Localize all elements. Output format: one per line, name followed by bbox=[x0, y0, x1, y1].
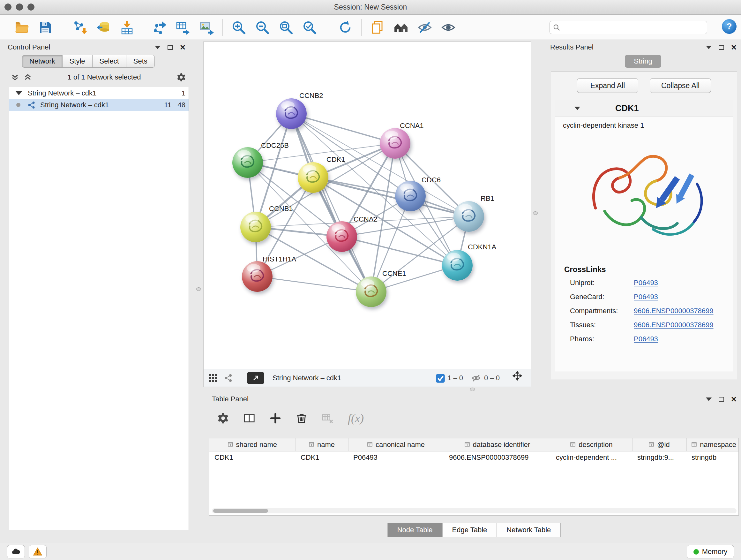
search-input[interactable] bbox=[562, 23, 704, 32]
column-header-database-identifier[interactable]: database identifier bbox=[444, 438, 551, 451]
table-row[interactable]: CDK1CDK1P064939606.ENSP00000378699cyclin… bbox=[209, 451, 739, 464]
network-canvas[interactable]: CCNB2CCNA1CDC25BCDK1CDC6RB1CCNB1CCNA2CDK… bbox=[204, 42, 531, 369]
float-window-icon[interactable] bbox=[167, 45, 173, 50]
close-window-button[interactable] bbox=[4, 3, 11, 10]
network-collection-row[interactable]: String Network – cdk1 1 bbox=[9, 87, 189, 99]
section-expander-icon[interactable] bbox=[575, 107, 580, 110]
splitter-handle[interactable] bbox=[470, 388, 475, 391]
crosslink-value-link[interactable]: P06493 bbox=[634, 335, 658, 343]
node-CDC6[interactable] bbox=[395, 181, 426, 211]
node-CCNA2[interactable] bbox=[327, 221, 357, 252]
tab-sets[interactable]: Sets bbox=[126, 55, 155, 68]
close-panel-icon[interactable]: × bbox=[731, 396, 737, 402]
tab-string[interactable]: String bbox=[625, 55, 661, 68]
crosslink-value-link[interactable]: 9606.ENSP00000378699 bbox=[634, 321, 714, 329]
table-cell[interactable]: P06493 bbox=[348, 451, 444, 464]
collection-expander-icon[interactable] bbox=[16, 91, 22, 95]
column-header--id[interactable]: @id bbox=[632, 438, 686, 451]
export-network-icon[interactable] bbox=[151, 20, 167, 35]
selected-checkbox-icon[interactable] bbox=[435, 374, 444, 382]
import-table-file-icon[interactable] bbox=[119, 20, 135, 35]
collapse-all-button[interactable]: Collapse All bbox=[650, 78, 711, 93]
panel-menu-chevron-icon[interactable] bbox=[706, 46, 712, 49]
grid-view-icon[interactable] bbox=[208, 373, 218, 383]
open-session-icon[interactable] bbox=[14, 20, 29, 35]
tab-style[interactable]: Style bbox=[62, 55, 92, 68]
gene-section-header[interactable]: CDK1 bbox=[555, 100, 733, 117]
column-header-description[interactable]: description bbox=[551, 438, 632, 451]
expand-all-icon[interactable] bbox=[23, 73, 32, 81]
zoom-in-icon[interactable] bbox=[231, 20, 246, 35]
horizontal-scrollbar[interactable] bbox=[212, 508, 737, 513]
first-neighbors-icon[interactable] bbox=[394, 20, 409, 35]
help-button[interactable]: ? bbox=[722, 19, 737, 34]
panel-menu-chevron-icon[interactable] bbox=[155, 46, 160, 49]
warnings-button[interactable] bbox=[29, 545, 47, 558]
import-network-database-icon[interactable] bbox=[96, 20, 111, 35]
tab-network-table[interactable]: Network Table bbox=[496, 523, 561, 537]
zoom-window-button[interactable] bbox=[27, 3, 35, 10]
create-column-plus-icon[interactable] bbox=[269, 412, 281, 424]
show-columns-icon[interactable] bbox=[243, 412, 255, 424]
hide-selected-icon[interactable] bbox=[417, 20, 432, 35]
save-session-icon[interactable] bbox=[38, 20, 53, 35]
column-header-name[interactable]: name bbox=[295, 438, 348, 451]
node-label-HIST1H1A: HIST1H1A bbox=[263, 255, 296, 263]
node-RB1[interactable] bbox=[454, 201, 484, 232]
close-panel-icon[interactable]: × bbox=[731, 44, 737, 51]
hidden-eye-icon[interactable] bbox=[471, 373, 481, 383]
minimize-window-button[interactable] bbox=[16, 3, 23, 10]
detach-view-button[interactable] bbox=[247, 372, 264, 384]
table-cell[interactable]: cyclin-dependent ... bbox=[551, 451, 632, 464]
delete-column-trash-icon[interactable] bbox=[295, 412, 308, 424]
export-table-icon[interactable] bbox=[175, 20, 191, 35]
network-options-gear-icon[interactable] bbox=[177, 72, 186, 82]
node-CCNE1[interactable] bbox=[356, 276, 387, 307]
table-cell[interactable]: 9606.ENSP00000378699 bbox=[444, 451, 551, 464]
table-cell[interactable]: CDK1 bbox=[209, 451, 295, 464]
network-row-selected[interactable]: String Network – cdk1 11 48 bbox=[9, 99, 189, 111]
node-CDK1[interactable] bbox=[298, 162, 328, 193]
column-header-canonical-name[interactable]: canonical name bbox=[348, 438, 444, 451]
tab-network[interactable]: Network bbox=[22, 55, 63, 68]
scrollbar-thumb[interactable] bbox=[213, 509, 268, 513]
crosslink-value-link[interactable]: P06493 bbox=[634, 279, 658, 287]
show-all-icon[interactable] bbox=[441, 20, 456, 35]
new-network-from-selection-icon[interactable] bbox=[370, 20, 385, 35]
column-header-shared-name[interactable]: shared name bbox=[209, 438, 295, 451]
crosslink-value-link[interactable]: P06493 bbox=[634, 293, 658, 301]
tab-edge-table[interactable]: Edge Table bbox=[442, 523, 497, 537]
float-window-icon[interactable] bbox=[719, 45, 724, 50]
splitter-handle[interactable] bbox=[533, 211, 538, 215]
column-header-namespace[interactable]: namespace bbox=[686, 438, 739, 451]
close-panel-icon[interactable]: × bbox=[180, 44, 185, 51]
zoom-fit-icon[interactable] bbox=[278, 20, 293, 35]
memory-button[interactable]: Memory bbox=[687, 545, 734, 558]
panel-menu-chevron-icon[interactable] bbox=[706, 397, 712, 401]
collapse-all-icon[interactable] bbox=[11, 73, 19, 81]
node-CDC25B[interactable] bbox=[232, 147, 263, 178]
table-cell[interactable]: stringdb:9... bbox=[632, 451, 686, 464]
node-CCNA1[interactable] bbox=[380, 128, 410, 159]
zoom-out-icon[interactable] bbox=[255, 20, 270, 35]
node-HIST1H1A[interactable] bbox=[242, 261, 273, 292]
splitter-handle[interactable] bbox=[196, 287, 201, 291]
tab-node-table[interactable]: Node Table bbox=[387, 523, 443, 537]
table-cell[interactable]: CDK1 bbox=[295, 451, 348, 464]
export-image-icon[interactable] bbox=[199, 20, 214, 35]
tab-select[interactable]: Select bbox=[92, 55, 126, 68]
node-CCNB1[interactable] bbox=[240, 212, 271, 242]
node-CCNB2[interactable] bbox=[276, 98, 307, 129]
import-network-file-icon[interactable] bbox=[72, 20, 87, 35]
apply-layout-icon[interactable] bbox=[338, 20, 353, 35]
zoom-selected-icon[interactable] bbox=[302, 20, 317, 35]
node-CDKN1A[interactable] bbox=[442, 250, 473, 281]
table-cell[interactable]: stringdb bbox=[686, 451, 739, 464]
crosslink-value-link[interactable]: 9606.ENSP00000378699 bbox=[634, 307, 714, 315]
cloud-status-button[interactable] bbox=[7, 545, 25, 558]
pan-move-icon[interactable] bbox=[513, 371, 527, 385]
expand-all-button[interactable]: Expand All bbox=[577, 78, 638, 93]
table-options-gear-icon[interactable] bbox=[217, 412, 229, 424]
float-window-icon[interactable] bbox=[719, 397, 724, 401]
network-overview-icon[interactable] bbox=[223, 373, 233, 383]
